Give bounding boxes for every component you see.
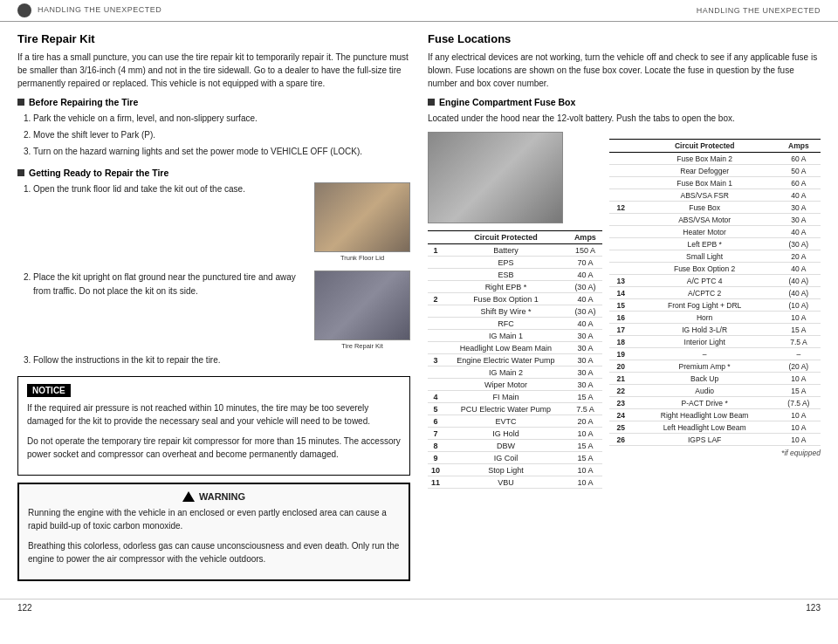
table-cell: 150 A (568, 244, 602, 257)
list-item: Place the kit upright on flat ground nea… (33, 271, 306, 298)
table-cell: 25 (609, 421, 633, 434)
subsection2-step2: Place the kit upright on flat ground nea… (17, 271, 306, 298)
table-cell: ESB (443, 269, 568, 281)
table-row: 3Engine Electric Water Pump30 A (428, 354, 602, 367)
table-row: 11VBU10 A (428, 476, 602, 489)
table-cell: 30 A (568, 379, 602, 391)
right-fuse-table: Circuit ProtectedAmpsFuse Box Main 260 A… (609, 139, 821, 446)
table-cell: IG Coil (443, 452, 568, 464)
table-row: 5PCU Electric Water Pump7.5 A (428, 403, 602, 415)
table-cell: Fuse Box Main 1 (633, 177, 777, 189)
table-cell: 15 A (777, 324, 821, 336)
table-cell: A/CPTC 2 (633, 287, 777, 299)
list-item: Move the shift lever to Park (P). (33, 128, 410, 142)
table-cell: 23 (609, 397, 633, 409)
table-cell (428, 269, 443, 281)
table-row: 26IGPS LAF10 A (609, 434, 821, 446)
trunk-lid-image-block: Trunk Floor Lid (314, 182, 410, 262)
table-cell: 17 (609, 324, 633, 336)
table-cell: 60 A (777, 153, 821, 165)
table-cell: – (633, 348, 777, 360)
table-row: IG Main 230 A (428, 367, 602, 379)
table-row: 4FI Main15 A (428, 391, 602, 403)
table-cell: 10 A (777, 373, 821, 385)
table-cell: RFC (443, 318, 568, 330)
table-row: Small Light20 A (609, 250, 821, 263)
table-cell: 10 A (777, 312, 821, 324)
table-cell: 18 (609, 336, 633, 348)
table-cell: (30 A) (777, 238, 821, 250)
table-row: Right EPB *(30 A) (428, 281, 602, 293)
table-row: EPS70 A (428, 257, 602, 269)
trunk-lid-label: Trunk Floor Lid (314, 254, 410, 262)
warning-box: WARNING Running the engine with the vehi… (17, 483, 410, 581)
table-cell: IG Hold (443, 428, 568, 440)
warning-para-1: Running the engine with the vehicle in a… (28, 506, 400, 532)
table-cell: 13 (609, 275, 633, 287)
table-cell: – (777, 348, 821, 360)
table-row: 12Fuse Box30 A (609, 202, 821, 214)
step2-text: Place the kit upright on flat ground nea… (17, 271, 306, 350)
table-cell: 15 A (568, 440, 602, 452)
table-cell: 10 A (568, 476, 602, 489)
table-cell: 11 (428, 476, 443, 489)
table-row: 1Battery150 A (428, 244, 602, 257)
table-cell: Audio (633, 385, 777, 397)
table-cell: 16 (609, 312, 633, 324)
table-cell (609, 214, 633, 226)
table-cell: FI Main (443, 391, 568, 403)
warning-title: WARNING (28, 491, 400, 502)
table-cell: 70 A (568, 257, 602, 269)
notice-para-1: If the required air pressure is not reac… (27, 401, 401, 428)
footnote: *if equipped (609, 449, 821, 457)
table-cell: Horn (633, 312, 777, 324)
table-row: 24Right Headlight Low Beam10 A (609, 409, 821, 421)
table-cell: 15 A (777, 385, 821, 397)
table-cell: Wiper Motor (443, 379, 568, 391)
table-cell: Back Up (633, 373, 777, 385)
table-cell: 7.5 A (568, 403, 602, 415)
table-cell: 10 A (777, 434, 821, 446)
table-cell: 9 (428, 452, 443, 464)
right-column: Fuse Locations If any electrical devices… (428, 32, 821, 581)
table-cell: 40 A (777, 226, 821, 238)
table-header-row: Circuit ProtectedAmps (609, 140, 821, 153)
warning-para-2: Breathing this colorless, odorless gas c… (28, 539, 400, 565)
tire-kit-label: Tire Repair Kit (314, 342, 410, 350)
table-cell: EVTC (443, 415, 568, 428)
table-row: 8DBW15 A (428, 440, 602, 452)
table-cell: 20 (609, 360, 633, 373)
table-cell: 1 (428, 244, 443, 257)
table-cell: (40 A) (777, 275, 821, 287)
notice-box: NOTICE If the required air pressure is n… (17, 376, 410, 476)
table-cell: 30 A (777, 214, 821, 226)
table-cell: (30 A) (568, 305, 602, 318)
table-row: 17IG Hold 3-L/R15 A (609, 324, 821, 336)
table-cell (609, 177, 633, 189)
table-cell: Heater Motor (633, 226, 777, 238)
tire-kit-image (314, 271, 410, 340)
engine-fuse-desc: Located under the hood near the 12-volt … (428, 112, 821, 125)
table-row: 22Audio15 A (609, 385, 821, 397)
table-cell: 19 (609, 348, 633, 360)
engine-fuse-title: Engine Compartment Fuse Box (428, 97, 821, 107)
subsection2-title: Getting Ready to Repair the Tire (17, 168, 410, 178)
table-cell: 20 A (777, 250, 821, 263)
table-cell: 22 (609, 385, 633, 397)
table-row: 25Left Headlight Low Beam10 A (609, 421, 821, 434)
table-cell: (20 A) (777, 360, 821, 373)
left-section-intro: If a tire has a small puncture, you can … (17, 51, 410, 90)
table-row: 7IG Hold10 A (428, 428, 602, 440)
table-cell: Front Fog Light + DRL (633, 299, 777, 312)
table-cell: 14 (609, 287, 633, 299)
table-cell: 50 A (777, 165, 821, 177)
table-row: 15Front Fog Light + DRL(10 A) (609, 299, 821, 312)
table-cell (428, 379, 443, 391)
page-header: HANDLING THE UNEXPECTED HANDLING THE UNE… (0, 0, 838, 22)
trunk-lid-image (314, 182, 410, 252)
table-cell: 4 (428, 391, 443, 403)
table-cell (609, 238, 633, 250)
table-cell: ABS/VSA Motor (633, 214, 777, 226)
table-cell (428, 330, 443, 342)
table-row: Shift By Wire *(30 A) (428, 305, 602, 318)
